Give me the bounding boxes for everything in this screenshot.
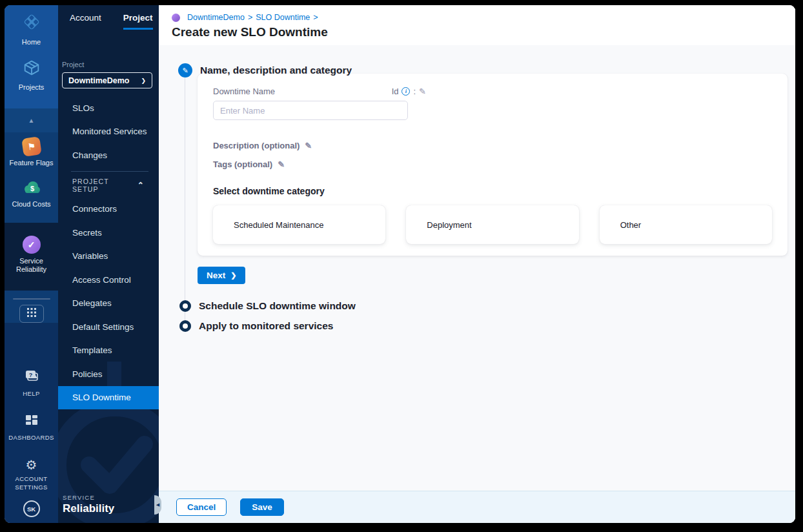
sidebar-item-templates[interactable]: Templates (58, 339, 159, 363)
sidebar-item-variables[interactable]: Variables (58, 245, 159, 269)
step3-title: Apply to monitored services (199, 320, 333, 332)
sidebar-item-access-control[interactable]: Access Control (58, 268, 159, 292)
project-selector-value: DowntimeDemo (68, 76, 129, 85)
step3-circle (179, 320, 191, 332)
downtime-name-input[interactable] (213, 101, 408, 120)
nav-user[interactable]: SK (5, 500, 58, 517)
main-area: DowntimeDemo > SLO Downtime > Create new… (159, 5, 795, 523)
rail-label-help: HELP (21, 389, 41, 398)
step3-header[interactable]: Apply to monitored services (178, 320, 795, 332)
category-heading: Select downtime category (213, 186, 772, 196)
category-card-deployment[interactable]: Deployment (406, 205, 578, 244)
rail-label-home: Home (20, 38, 43, 46)
info-icon[interactable]: i (402, 87, 410, 96)
rail-label-service-reliability: Service Reliability (9, 257, 54, 274)
module-footer-kicker: SERVICE (63, 494, 114, 501)
project-panel: Account Project Project DowntimeDemo ❯ S… (58, 5, 159, 523)
panel-nav-list: SLOs Monitored Services Changes PROJECT … (58, 96, 159, 409)
next-button[interactable]: Next ❯ (198, 267, 245, 284)
rail-divider (13, 298, 50, 300)
project-setup-header[interactable]: PROJECT SETUP ⌃ (58, 173, 159, 198)
category-card-scheduled-maintenance[interactable]: Scheduled Maintenance (213, 205, 385, 244)
home-icon (21, 12, 42, 35)
step1-header[interactable]: ✎ Name, description and category (178, 63, 795, 77)
feature-flags-icon: ⚑ (21, 136, 42, 157)
cancel-button[interactable]: Cancel (176, 498, 227, 516)
sidebar-item-delegates[interactable]: Delegates (58, 292, 159, 316)
tags-edit-pencil-icon[interactable]: ✎ (278, 159, 285, 169)
project-selector[interactable]: DowntimeDemo ❯ (62, 72, 152, 88)
sidebar-item-slo-downtime[interactable]: SLO Downtime (58, 386, 159, 410)
pencil-glyph: ✎ (182, 66, 188, 75)
rail-scroll-up[interactable]: ▲ (5, 108, 58, 132)
id-group: Id i : ✎ (392, 87, 426, 96)
id-edit-pencil-icon[interactable]: ✎ (419, 87, 426, 96)
rail-label-feature-flags: Feature Flags (8, 159, 56, 167)
page-title: Create new SLO Downtime (172, 25, 795, 39)
rail-label-account-settings: ACCOUNT SETTINGS (12, 475, 52, 491)
chevron-right-icon: ❯ (141, 77, 146, 84)
rail-selected-module[interactable]: ✓ Service Reliability (5, 223, 58, 291)
rail-label-dashboards: DASHBOARDS (6, 433, 56, 442)
module-badge-icon (172, 14, 180, 22)
breadcrumb-separator: > (248, 13, 252, 22)
sidebar-item-slos[interactable]: SLOs (58, 96, 159, 120)
nav-cloud-costs[interactable]: $ Cloud Costs (5, 179, 58, 209)
nav-account-settings[interactable]: ⚙ ACCOUNT SETTINGS (5, 458, 58, 491)
description-row[interactable]: Description (optional) ✎ (213, 141, 772, 150)
nav-projects[interactable]: Projects (5, 58, 58, 92)
step2-header[interactable]: Schedule SLO downtime window (178, 300, 795, 312)
avatar[interactable]: SK (23, 500, 40, 517)
svg-text:?: ? (28, 372, 32, 378)
tab-project[interactable]: Project (123, 13, 153, 30)
nav-help[interactable]: ? HELP (5, 369, 58, 398)
tab-account[interactable]: Account (70, 13, 101, 30)
rail-bottom-section: ? HELP DASHBOARDS ⚙ ACCOUNT SETTINGS SK (5, 323, 58, 523)
panel-divider (71, 171, 148, 172)
rail-label-cloud-costs: Cloud Costs (10, 200, 53, 209)
wizard-content: ✎ Name, description and category Downtim… (159, 45, 795, 491)
back-arrow-icon: ◀ (156, 502, 159, 507)
rail-module-band (5, 291, 58, 323)
module-footer-name: Reliability (63, 502, 114, 515)
category-card-other[interactable]: Other (600, 205, 772, 244)
cloud-costs-icon: $ (21, 179, 42, 197)
save-button[interactable]: Save (240, 498, 284, 516)
description-label: Description (optional) (213, 141, 300, 150)
sidebar-item-monitored-services[interactable]: Monitored Services (58, 120, 159, 144)
sidebar-item-policies[interactable]: Policies (58, 362, 159, 386)
sidebar-item-secrets[interactable]: Secrets (58, 221, 159, 245)
page-header: DowntimeDemo > SLO Downtime > Create new… (159, 5, 795, 45)
app-window: Home Projects ▲ ⚑ Feature Flags $ Cloud … (5, 5, 795, 523)
nav-service-reliability[interactable]: ✓ Service Reliability (5, 236, 58, 274)
grid-icon (27, 308, 36, 320)
nav-feature-flags[interactable]: ⚑ Feature Flags (5, 138, 58, 167)
stepper-connector-line (185, 77, 185, 328)
breadcrumb-slo-downtime-link[interactable]: SLO Downtime (256, 13, 310, 22)
module-rail: Home Projects ▲ ⚑ Feature Flags $ Cloud … (5, 5, 58, 523)
breadcrumb-project-link[interactable]: DowntimeDemo (187, 13, 245, 22)
rail-mid-section: ⚑ Feature Flags $ Cloud Costs (5, 132, 58, 223)
step1-card: Downtime Name Id i : ✎ Description (opti… (198, 74, 788, 256)
id-colon: : (413, 87, 416, 96)
module-selector-button[interactable] (19, 305, 44, 323)
up-arrow-icon: ▲ (28, 117, 35, 124)
step1-edit-icon: ✎ (178, 63, 192, 77)
rail-top-section: Home Projects (5, 5, 58, 108)
form-footer: Cancel Save (159, 491, 795, 523)
sidebar-item-default-settings[interactable]: Default Settings (58, 315, 159, 339)
sidebar-item-changes[interactable]: Changes (58, 143, 159, 167)
dashboards-icon (25, 414, 38, 430)
description-edit-pencil-icon[interactable]: ✎ (305, 141, 312, 150)
next-button-label: Next (207, 271, 225, 280)
sidebar-item-connectors[interactable]: Connectors (58, 198, 159, 221)
tags-label: Tags (optional) (213, 159, 272, 169)
downtime-name-label: Downtime Name (213, 87, 275, 96)
nav-home[interactable]: Home (5, 12, 58, 46)
nav-dashboards[interactable]: DASHBOARDS (5, 414, 58, 442)
project-setup-label: PROJECT SETUP (72, 178, 137, 193)
category-cards: Scheduled Maintenance Deployment Other (213, 205, 772, 244)
module-footer: SERVICE Reliability (63, 494, 114, 515)
tags-row[interactable]: Tags (optional) ✎ (213, 159, 772, 169)
scope-tabs: Account Project (58, 5, 159, 30)
